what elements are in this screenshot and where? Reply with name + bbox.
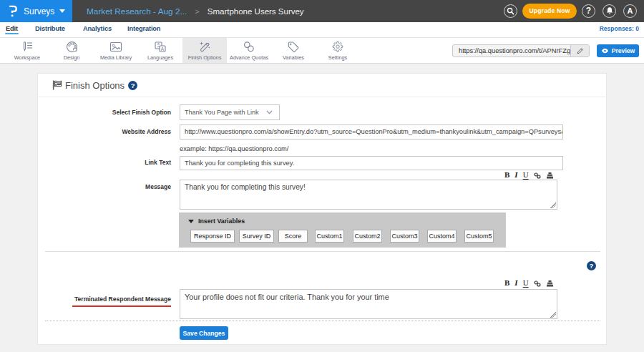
- svg-text:A: A: [161, 46, 165, 51]
